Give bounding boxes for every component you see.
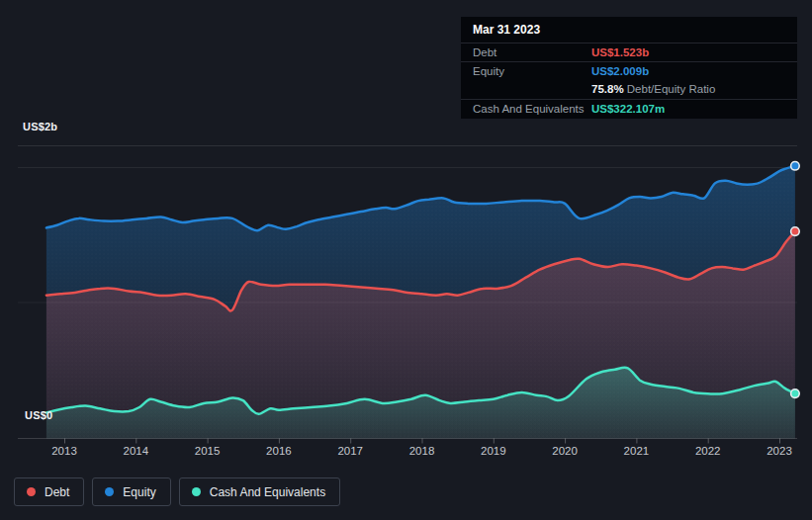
chart-tooltip: Mar 31 2023 Debt US$1.523b Equity US$2.0… [461, 17, 797, 119]
cash-and-equivalents-endpoint-dot[interactable] [791, 390, 800, 398]
x-axis-label-2019: 2019 [469, 445, 518, 457]
tooltip-row-ratio: 75.8% Debt/Equity Ratio [461, 80, 797, 99]
x-axis-label-2013: 2013 [40, 445, 89, 457]
legend-item-cash[interactable]: Cash And Equivalents [179, 477, 340, 506]
x-axis-label-2020: 2020 [540, 445, 589, 457]
y-axis-label-max: US$2b [23, 121, 57, 132]
debt-endpoint-dot[interactable] [791, 227, 800, 236]
tooltip-cash-label: Cash And Equivalents [473, 100, 585, 119]
equity-endpoint-dot[interactable] [791, 161, 800, 170]
x-axis-label-2015: 2015 [183, 445, 232, 457]
tooltip-cash-value: US$322.107m [591, 100, 665, 119]
tooltip-ratio: 75.8% Debt/Equity Ratio [591, 80, 715, 99]
tooltip-date: Mar 31 2023 [461, 17, 797, 43]
x-axis-label-2022: 2022 [683, 445, 733, 457]
tooltip-debt-value: US$1.523b [591, 43, 649, 62]
legend-item-label: Equity [123, 485, 155, 499]
legend-item-equity[interactable]: Equity [92, 477, 170, 506]
legend-item-label: Cash And Equivalents [210, 485, 325, 499]
x-axis-label-2023: 2023 [755, 445, 804, 457]
x-axis-label-2017: 2017 [325, 445, 375, 457]
tooltip-debt-label: Debt [473, 43, 496, 62]
tooltip-equity-value: US$2.009b [591, 62, 649, 81]
x-axis-label-2018: 2018 [398, 445, 447, 457]
x-axis-label-2014: 2014 [111, 445, 160, 457]
y-axis-label-zero: US$0 [25, 409, 52, 421]
debt-series-dot-icon [27, 487, 36, 496]
legend-item-debt[interactable]: Debt [14, 477, 84, 506]
tooltip-equity-label: Equity [473, 62, 504, 81]
debt-equity-history-chart: US$2b US$0 20132014201520162017201820192… [0, 0, 812, 520]
equity-series-dot-icon [105, 487, 114, 496]
tooltip-row-debt: Debt US$1.523b [461, 43, 797, 61]
tooltip-row-equity: Equity US$2.009b [461, 61, 797, 80]
legend-item-label: Debt [45, 485, 69, 499]
tooltip-row-cash: Cash And Equivalents US$322.107m [461, 99, 797, 118]
cash-series-dot-icon [192, 487, 201, 496]
chart-legend: Debt Equity Cash And Equivalents [14, 477, 340, 506]
x-axis-label-2021: 2021 [611, 445, 661, 457]
x-axis-label-2016: 2016 [254, 445, 304, 457]
